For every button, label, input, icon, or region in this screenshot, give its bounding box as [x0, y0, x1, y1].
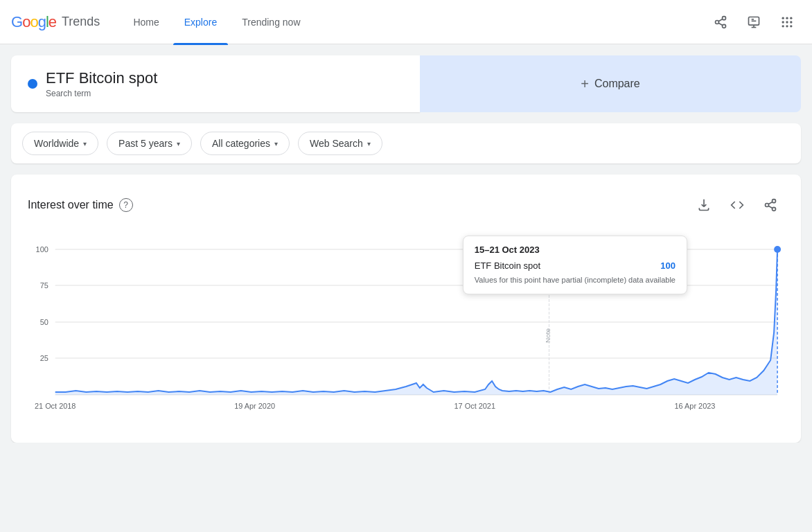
svg-text:50: 50	[40, 318, 48, 326]
category-chevron-icon: ▾	[274, 140, 278, 148]
time-filter-label: Past 5 years	[118, 138, 173, 149]
google-logo: Google	[11, 13, 56, 31]
tooltip-term: ETF Bitcoin spot	[475, 260, 540, 271]
google-trends-logo[interactable]: Google Trends	[11, 13, 100, 31]
category-filter-label: All categories	[212, 138, 270, 149]
geo-chevron-icon: ▾	[83, 140, 87, 148]
svg-point-21	[773, 207, 776, 211]
compare-box[interactable]: + Compare	[420, 55, 801, 112]
geo-filter-label: Worldwide	[34, 138, 79, 149]
chart-area: Interest over time ?	[11, 175, 801, 443]
search-type-filter[interactable]: Web Search ▾	[298, 132, 382, 155]
svg-point-15	[790, 21, 792, 23]
tooltip-note: Values for this point have partial (inco…	[475, 275, 676, 285]
main-content: ETF Bitcoin spot Search term + Compare W…	[0, 44, 812, 443]
search-type-filter-label: Web Search	[310, 138, 363, 149]
time-filter[interactable]: Past 5 years ▾	[107, 132, 192, 155]
svg-point-17	[786, 25, 788, 27]
svg-text:100: 100	[36, 245, 48, 254]
search-compare-area: ETF Bitcoin spot Search term + Compare	[11, 55, 801, 112]
svg-point-2	[723, 24, 726, 28]
time-chevron-icon: ▾	[177, 140, 180, 148]
download-button[interactable]	[690, 191, 718, 219]
nav-trending[interactable]: Trending now	[231, 11, 311, 33]
svg-text:25: 25	[40, 354, 48, 362]
nav-home[interactable]: Home	[122, 11, 170, 33]
search-term-box: ETF Bitcoin spot Search term	[11, 55, 420, 112]
svg-point-37	[774, 246, 781, 253]
svg-point-11	[786, 17, 788, 19]
tooltip-value: 100	[660, 260, 676, 271]
help-icon[interactable]: ?	[119, 198, 133, 212]
search-type-chevron-icon: ▾	[367, 140, 371, 148]
share-button[interactable]	[707, 8, 734, 36]
svg-point-10	[782, 17, 784, 19]
svg-text:16 Apr 2023: 16 Apr 2023	[675, 402, 716, 410]
svg-point-14	[786, 21, 788, 23]
svg-point-0	[723, 16, 726, 19]
compare-plus-icon: +	[581, 76, 589, 92]
svg-text:75: 75	[40, 281, 48, 290]
trends-wordmark: Trends	[62, 15, 100, 29]
svg-text:19 Apr 2020: 19 Apr 2020	[234, 402, 275, 410]
compare-label: Compare	[594, 78, 640, 90]
header-actions	[707, 8, 801, 36]
svg-point-18	[790, 25, 792, 27]
embed-button[interactable]	[723, 191, 751, 219]
header: Google Trends Home Explore Trending now	[0, 0, 812, 44]
apps-button[interactable]	[773, 8, 801, 36]
search-term-type: Search term	[46, 89, 403, 98]
geo-filter[interactable]: Worldwide ▾	[22, 132, 98, 155]
nav-explore[interactable]: Explore	[173, 11, 228, 33]
chart-title: Interest over time	[28, 199, 114, 211]
chart-container[interactable]: 100 75 50 25 Note	[28, 236, 784, 432]
search-term-text: ETF Bitcoin spot	[46, 69, 403, 87]
chart-tooltip: 15–21 Oct 2023 ETF Bitcoin spot 100 Valu…	[463, 236, 687, 294]
chart-actions	[690, 191, 784, 219]
search-term-dot	[28, 79, 37, 89]
feedback-button[interactable]	[740, 8, 768, 36]
svg-text:17 Oct 2021: 17 Oct 2021	[454, 402, 495, 410]
svg-point-16	[782, 25, 784, 27]
svg-text:Note: Note	[545, 328, 552, 343]
svg-line-4	[718, 19, 723, 21]
main-nav: Home Explore Trending now	[122, 11, 707, 33]
svg-point-20	[766, 204, 769, 207]
tooltip-date: 15–21 Oct 2023	[475, 245, 676, 255]
svg-point-13	[782, 21, 784, 23]
svg-line-22	[768, 206, 773, 208]
chart-share-button[interactable]	[757, 191, 784, 219]
filter-bar: Worldwide ▾ Past 5 years ▾ All categorie…	[11, 123, 801, 163]
tooltip-row: ETF Bitcoin spot 100	[475, 260, 676, 271]
chart-title-area: Interest over time ?	[28, 198, 133, 212]
svg-point-19	[773, 200, 776, 203]
category-filter[interactable]: All categories ▾	[200, 132, 290, 155]
svg-text:21 Oct 2018: 21 Oct 2018	[35, 402, 76, 410]
svg-point-1	[716, 20, 719, 24]
svg-line-23	[768, 202, 773, 204]
svg-line-3	[718, 23, 723, 25]
search-term-info: ETF Bitcoin spot Search term	[46, 69, 403, 98]
chart-header: Interest over time ?	[28, 191, 784, 219]
svg-point-12	[790, 17, 792, 19]
chart-wrapper: 100 75 50 25 Note	[28, 236, 784, 432]
